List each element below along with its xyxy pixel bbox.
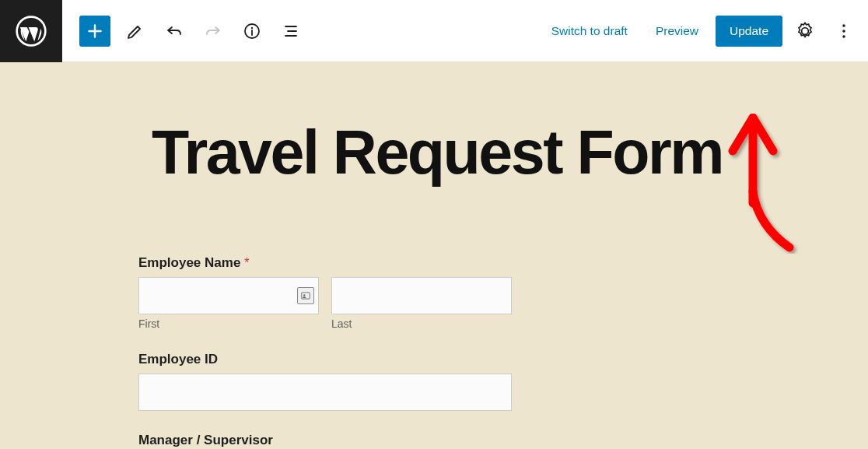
svg-point-2	[251, 26, 253, 28]
gear-icon	[795, 21, 815, 41]
tools-button[interactable]	[121, 17, 149, 45]
pencil-icon	[126, 22, 145, 40]
redo-icon	[204, 22, 222, 40]
outline-button[interactable]	[277, 17, 305, 45]
toolbar-left-group	[62, 16, 305, 47]
field-employee-id: Employee ID	[138, 352, 512, 411]
svg-point-3	[842, 24, 845, 27]
list-icon	[282, 22, 300, 40]
add-block-button[interactable]	[79, 16, 110, 47]
toolbar-right-group: Switch to draft Preview Update	[541, 15, 860, 47]
last-name-input[interactable]	[331, 277, 512, 314]
wordpress-logo[interactable]	[0, 0, 62, 62]
editor-canvas: Travel Request Form Employee Name *	[0, 62, 868, 449]
plus-icon	[85, 21, 105, 41]
svg-point-5	[842, 35, 845, 38]
more-options-button[interactable]	[828, 15, 860, 47]
preview-button[interactable]: Preview	[645, 16, 709, 46]
page-title[interactable]: Travel Request Form	[152, 121, 868, 185]
employee-id-label: Employee ID	[138, 352, 512, 367]
wordpress-icon	[16, 16, 47, 47]
switch-to-draft-button[interactable]: Switch to draft	[541, 16, 639, 46]
svg-point-4	[842, 30, 845, 33]
update-button[interactable]: Update	[716, 16, 782, 47]
editor-toolbar: Switch to draft Preview Update	[0, 0, 868, 62]
svg-point-7	[303, 294, 305, 296]
info-button[interactable]	[238, 17, 266, 45]
employee-name-label: Employee Name *	[138, 255, 512, 271]
manager-label: Manager / Supervisor	[138, 433, 512, 448]
employee-name-label-text: Employee Name	[138, 255, 240, 270]
kebab-icon	[835, 22, 853, 40]
field-employee-name: Employee Name * First	[138, 255, 512, 330]
field-manager: Manager / Supervisor	[138, 433, 512, 448]
autofill-contact-icon[interactable]	[297, 287, 314, 304]
first-name-input[interactable]	[138, 277, 319, 314]
first-name-sublabel: First	[138, 317, 319, 330]
employee-id-input[interactable]	[138, 374, 512, 411]
undo-icon	[165, 22, 184, 40]
required-indicator: *	[244, 255, 250, 270]
form-preview: Employee Name * First	[138, 255, 512, 448]
settings-button[interactable]	[789, 15, 821, 47]
info-icon	[243, 22, 261, 40]
redo-button[interactable]	[199, 17, 227, 45]
undo-button[interactable]	[160, 17, 188, 45]
last-name-sublabel: Last	[331, 317, 512, 330]
